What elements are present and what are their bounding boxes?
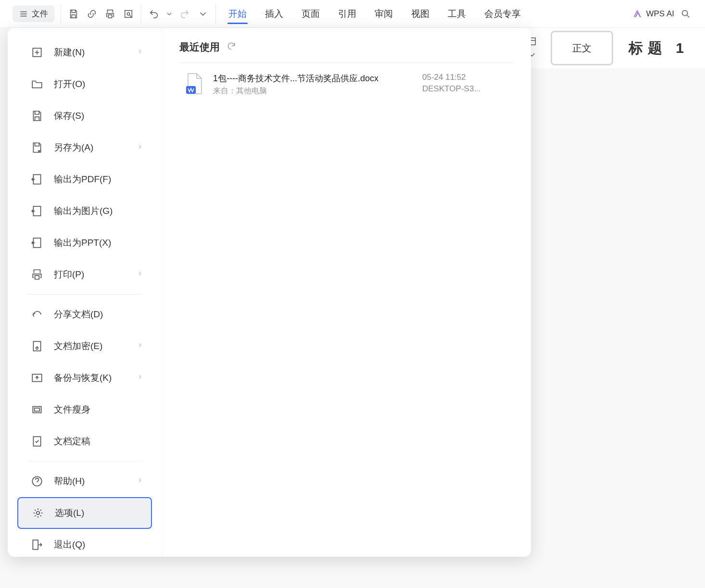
- link-icon[interactable]: [85, 7, 99, 21]
- recent-title: 最近使用: [179, 40, 220, 54]
- wps-ai-button[interactable]: WPS AI: [632, 9, 674, 19]
- doc-source: 来自：其他电脑: [213, 86, 422, 96]
- finalize-icon: [31, 435, 43, 448]
- ribbon-tabs: 开始 插入 页面 引用 审阅 视图 工具 会员专享: [216, 0, 627, 27]
- menu-item-label: 输出为PPT(X): [54, 237, 111, 249]
- menu-item-open[interactable]: 打开(O): [17, 68, 152, 100]
- style-heading-1[interactable]: 标题 1: [620, 38, 697, 58]
- chevron-right-icon: [137, 476, 143, 486]
- chevron-right-icon: [137, 48, 143, 57]
- doc-machine: DESKTOP-S3...: [422, 84, 509, 94]
- recent-files-pane: 最近使用 1包----商务技术文件...节活动奖品供应.docx来自：其他电脑0…: [162, 28, 531, 557]
- undo-dropdown-icon[interactable]: [165, 7, 173, 21]
- menu-item-ppt[interactable]: 输出为PPT(X): [17, 227, 152, 259]
- tab-member[interactable]: 会员专享: [483, 2, 522, 26]
- search-icon[interactable]: [679, 7, 692, 21]
- file-menu-button[interactable]: 文件: [13, 5, 55, 22]
- chevron-right-icon: [137, 143, 143, 152]
- menu-item-encrypt[interactable]: 文档加密(E): [17, 330, 152, 362]
- open-icon: [31, 78, 43, 90]
- menu-item-label: 选项(L): [55, 507, 84, 519]
- menu-item-label: 输出为PDF(F): [54, 173, 111, 186]
- file-menu-label: 文件: [32, 8, 48, 19]
- menu-item-label: 备份与恢复(K): [54, 372, 112, 384]
- menu-icon: [19, 10, 28, 18]
- tab-review[interactable]: 审阅: [374, 2, 394, 26]
- tab-page[interactable]: 页面: [301, 2, 321, 26]
- tab-view[interactable]: 视图: [410, 2, 430, 26]
- menu-item-slim[interactable]: 文件瘦身: [17, 394, 152, 425]
- save-icon: [31, 110, 43, 122]
- redo-icon[interactable]: [178, 7, 191, 21]
- print-icon: [31, 268, 43, 281]
- print-icon[interactable]: [103, 7, 117, 21]
- save-icon[interactable]: [67, 7, 80, 21]
- menu-item-options[interactable]: 选项(L): [17, 497, 152, 529]
- options-icon: [32, 507, 44, 519]
- share-icon: [31, 308, 43, 321]
- menu-item-label: 保存(S): [54, 110, 84, 122]
- undo-icon[interactable]: [147, 7, 161, 21]
- chevron-right-icon: [137, 270, 143, 279]
- chevron-right-icon: [137, 341, 143, 351]
- ai-logo-icon: [632, 9, 642, 19]
- menu-item-finalize[interactable]: 文档定稿: [17, 425, 152, 457]
- menu-item-label: 文档加密(E): [54, 340, 102, 352]
- menu-item-label: 退出(Q): [54, 538, 85, 551]
- menu-item-label: 新建(N): [54, 46, 85, 59]
- encrypt-icon: [31, 340, 43, 352]
- tab-start[interactable]: 开始: [227, 2, 248, 26]
- more-dropdown-icon[interactable]: [196, 7, 210, 21]
- menu-item-label: 文档定稿: [54, 435, 90, 448]
- svg-point-10: [36, 347, 38, 349]
- svg-point-16: [37, 512, 40, 515]
- doc-name: 1包----商务技术文件...节活动奖品供应.docx: [213, 73, 422, 84]
- svg-rect-17: [33, 540, 38, 550]
- svg-rect-13: [35, 408, 40, 412]
- file-menu-list: 新建(N)打开(O)保存(S)另存为(A)输出为PDF(F)输出为图片(G)输出…: [8, 28, 162, 557]
- doc-time: 05-24 11:52: [422, 73, 509, 82]
- menu-item-help[interactable]: 帮助(H): [17, 465, 152, 497]
- pdf-icon: [31, 173, 43, 186]
- refresh-icon[interactable]: [227, 41, 236, 53]
- menu-item-exit[interactable]: 退出(Q): [17, 529, 152, 557]
- image-icon: [31, 205, 43, 217]
- saveas-icon: [31, 141, 43, 154]
- menu-item-print[interactable]: 打印(P): [17, 259, 152, 290]
- exit-icon: [31, 538, 43, 551]
- tab-reference[interactable]: 引用: [337, 2, 357, 26]
- preview-icon[interactable]: [122, 7, 135, 21]
- slim-icon: [31, 403, 43, 416]
- tab-tools[interactable]: 工具: [447, 2, 467, 26]
- file-menu-panel: 新建(N)打开(O)保存(S)另存为(A)输出为PDF(F)输出为图片(G)输出…: [8, 28, 531, 557]
- menu-item-saveas[interactable]: 另存为(A): [17, 132, 152, 163]
- wps-ai-label: WPS AI: [646, 9, 674, 19]
- menu-item-pdf[interactable]: 输出为PDF(F): [17, 163, 152, 195]
- backup-icon: [31, 372, 43, 384]
- menu-item-new[interactable]: 新建(N): [17, 37, 152, 68]
- main-toolbar: 文件 开始 插入 页面 引用 审阅 视图 工具 会员专享 WPS AI: [0, 0, 705, 28]
- svg-point-0: [127, 13, 130, 15]
- svg-point-1: [682, 10, 688, 15]
- menu-separator: [27, 294, 142, 295]
- menu-item-image[interactable]: 输出为图片(G): [17, 195, 152, 227]
- menu-item-share[interactable]: 分享文档(D): [17, 299, 152, 330]
- chevron-right-icon: [137, 373, 143, 383]
- svg-rect-18: [186, 86, 196, 94]
- menu-item-label: 分享文档(D): [54, 308, 103, 321]
- word-doc-icon: [184, 73, 203, 96]
- recent-doc-row[interactable]: 1包----商务技术文件...节活动奖品供应.docx来自：其他电脑05-24 …: [179, 66, 514, 103]
- menu-item-save[interactable]: 保存(S): [17, 100, 152, 132]
- menu-item-label: 输出为图片(G): [54, 205, 113, 217]
- ppt-icon: [31, 237, 43, 249]
- menu-item-label: 打开(O): [54, 78, 85, 90]
- tab-insert[interactable]: 插入: [264, 2, 284, 26]
- menu-item-backup[interactable]: 备份与恢复(K): [17, 362, 152, 394]
- menu-item-label: 文件瘦身: [54, 403, 90, 416]
- style-normal[interactable]: 正文: [551, 31, 613, 65]
- menu-separator: [27, 461, 142, 462]
- menu-item-label: 帮助(H): [54, 475, 85, 488]
- new-icon: [31, 46, 43, 59]
- help-icon: [31, 475, 43, 488]
- menu-item-label: 另存为(A): [54, 141, 93, 154]
